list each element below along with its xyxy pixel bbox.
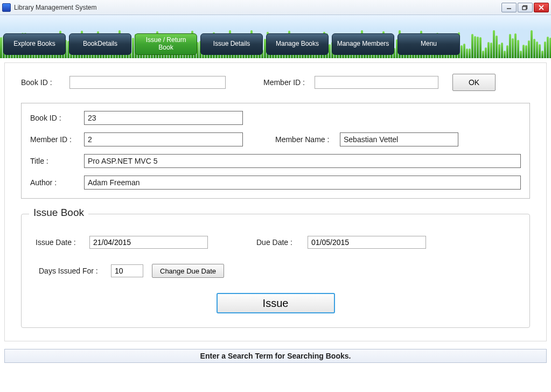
app-icon [2, 3, 11, 12]
issue-date-label: Issue Date : [36, 238, 89, 247]
content-area: Book ID : Member ID : OK Book ID : 23 Me… [0, 58, 551, 346]
details-member-id-label: Member ID : [30, 135, 84, 144]
window-title: Library Management System [14, 4, 501, 11]
due-date-input[interactable] [308, 236, 426, 249]
details-author-label: Author : [30, 178, 84, 187]
details-title-label: Title : [30, 157, 84, 165]
close-button[interactable] [534, 3, 549, 12]
status-text: Enter a Search Term for Searching Books. [200, 352, 351, 360]
issue-button[interactable]: Issue [217, 293, 335, 313]
member-id-input[interactable] [315, 76, 438, 89]
days-issued-input[interactable] [111, 264, 143, 277]
issue-date-input[interactable] [89, 236, 208, 249]
due-date-label: Due Date : [256, 238, 308, 247]
details-member-name-label: Member Name : [275, 135, 340, 144]
nav-button-1[interactable]: BookDetails [69, 33, 131, 55]
titlebar: Library Management System [0, 0, 551, 15]
maximize-button[interactable] [518, 3, 533, 12]
details-member-id-value: 2 [84, 132, 243, 146]
days-issued-label: Days Issued For : [36, 267, 111, 275]
header: Explore BooksBookDetailsIssue / Return B… [0, 15, 551, 58]
issue-book-group: Issue Book Issue Date : Due Date : Days … [21, 214, 530, 328]
details-title-value: Pro ASP.NET MVC 5 [84, 154, 521, 168]
issue-book-title: Issue Book [29, 207, 88, 219]
window-controls [501, 3, 549, 12]
ok-button[interactable]: OK [452, 74, 496, 91]
main-panel: Book ID : Member ID : OK Book ID : 23 Me… [4, 62, 547, 341]
nav-button-4[interactable]: Manage Books [266, 33, 329, 55]
book-id-label: Book ID : [21, 78, 69, 87]
details-author-value: Adam Freeman [84, 176, 521, 190]
nav-bar: Explore BooksBookDetailsIssue / Return B… [3, 33, 548, 55]
member-id-label: Member ID : [263, 78, 315, 87]
details-book-id-value: 23 [84, 111, 243, 125]
details-box: Book ID : 23 Member ID : 2 Member Name :… [21, 103, 530, 199]
status-bar: Enter a Search Term for Searching Books. [4, 349, 547, 363]
lookup-row: Book ID : Member ID : OK [21, 74, 530, 91]
svg-rect-2 [522, 6, 526, 10]
nav-button-5[interactable]: Manage Members [332, 33, 394, 55]
minimize-button[interactable] [501, 3, 517, 12]
change-due-date-button[interactable]: Change Due Date [152, 264, 224, 278]
nav-button-3[interactable]: Issue Details [200, 33, 263, 55]
details-book-id-label: Book ID : [30, 114, 84, 122]
details-member-name-value: Sebastian Vettel [340, 132, 458, 146]
nav-button-2[interactable]: Issue / Return Book [135, 33, 197, 55]
nav-button-0[interactable]: Explore Books [3, 33, 66, 55]
book-id-input[interactable] [69, 76, 226, 89]
nav-button-6[interactable]: Menu [397, 33, 460, 55]
